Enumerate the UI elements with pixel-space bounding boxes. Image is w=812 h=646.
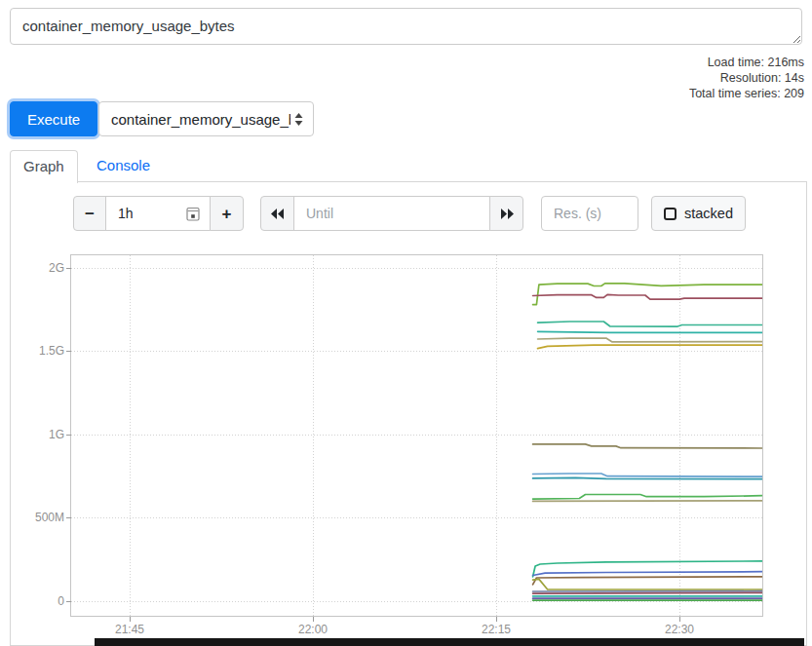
total-time-series: Total time series: 209 <box>689 86 804 101</box>
y-tick-mark <box>66 268 71 269</box>
series-line <box>533 474 762 476</box>
resolution: Resolution: 14s <box>689 70 804 86</box>
series-line <box>533 284 762 305</box>
y-tick-label: 2G <box>16 261 64 275</box>
x-tick-label: 22:15 <box>467 623 525 636</box>
metric-select-value: container_memory_usage_bytes <box>111 111 290 128</box>
query-stats: Load time: 216ms Resolution: 14s Total t… <box>689 55 804 101</box>
minus-icon: − <box>85 206 95 222</box>
series-line <box>533 444 762 448</box>
expression-input[interactable]: container_memory_usage_bytes <box>10 8 802 45</box>
series-line <box>538 322 762 326</box>
y-tick-mark <box>66 601 71 602</box>
range-input-wrap <box>105 196 211 231</box>
rewind-icon <box>271 209 285 219</box>
y-tick-mark <box>66 435 71 436</box>
y-tick-mark <box>66 517 71 518</box>
tab-bar: Graph Console <box>10 150 807 182</box>
tab-console[interactable]: Console <box>84 150 163 182</box>
plus-icon: + <box>222 206 232 222</box>
series-line <box>538 331 762 332</box>
graph-plot[interactable] <box>70 254 763 617</box>
series-line <box>533 477 762 478</box>
series-line <box>533 577 762 585</box>
calendar-icon[interactable] <box>186 206 200 221</box>
chevron-updown-icon <box>294 113 303 126</box>
execute-button[interactable]: Execute <box>10 101 97 136</box>
series-line <box>533 572 762 576</box>
until-input-wrap <box>293 196 490 231</box>
y-tick-label: 0 <box>16 594 64 608</box>
x-tick-mark <box>130 617 131 622</box>
until-input[interactable] <box>306 206 480 221</box>
x-tick-label: 22:30 <box>650 623 709 636</box>
increase-range-button[interactable]: + <box>210 196 244 231</box>
x-tick-label: 21:45 <box>100 623 159 636</box>
forward-icon <box>500 209 514 219</box>
x-tick-mark <box>496 617 497 622</box>
series-line <box>533 294 762 299</box>
resolution-input-wrap <box>541 196 638 231</box>
x-tick-mark <box>679 617 680 622</box>
load-time: Load time: 216ms <box>689 55 804 70</box>
legend-clipped-row[interactable] <box>95 638 804 646</box>
series-line <box>538 345 762 349</box>
decrease-range-button[interactable]: − <box>73 196 106 231</box>
rewind-button[interactable] <box>260 196 294 231</box>
checkbox-icon <box>664 208 677 220</box>
series-line <box>538 338 762 342</box>
y-tick-mark <box>66 351 71 352</box>
x-tick-mark <box>313 617 314 622</box>
resolution-input[interactable] <box>554 206 628 221</box>
series-line <box>533 561 762 577</box>
range-input[interactable] <box>118 206 186 221</box>
stacked-label: stacked <box>684 206 733 221</box>
metric-select[interactable]: container_memory_usage_bytes <box>98 101 314 136</box>
graph-panel: − + stacked 2G1.5G1G500M021:4522:0022:1 <box>10 182 807 646</box>
stacked-toggle[interactable]: stacked <box>651 196 746 231</box>
y-tick-label: 500M <box>16 511 64 524</box>
y-tick-label: 1G <box>16 428 64 441</box>
series-line <box>533 579 762 589</box>
forward-button[interactable] <box>489 196 523 231</box>
series-line <box>533 592 762 593</box>
plot-svg <box>71 255 762 616</box>
series-line <box>533 495 762 500</box>
tab-graph[interactable]: Graph <box>10 150 78 183</box>
y-tick-label: 1.5G <box>16 344 64 358</box>
x-tick-label: 22:00 <box>284 623 342 636</box>
series-line <box>533 501 762 502</box>
